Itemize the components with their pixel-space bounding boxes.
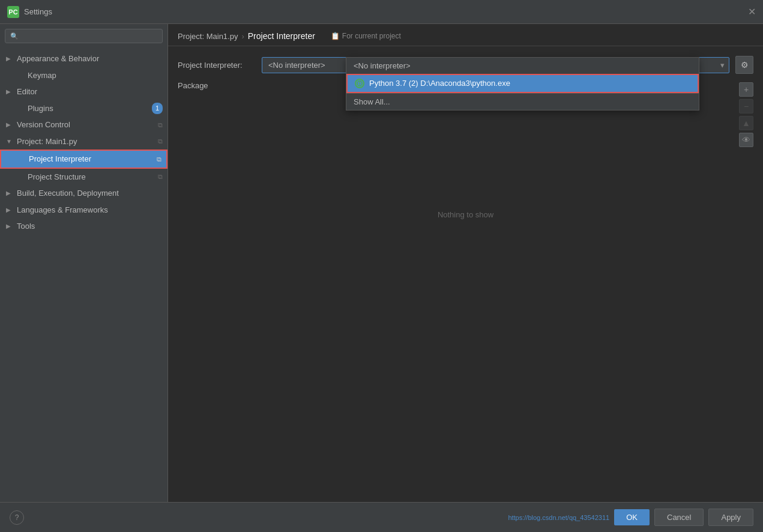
for-current-project: 📋 For current project: [331, 32, 401, 40]
dropdown-option-no-interpreter[interactable]: <No interpreter>: [346, 58, 699, 74]
search-icon: 🔍: [10, 32, 19, 40]
bottom-bar: ? https://blog.csdn.net/qq_43542311 OK C…: [0, 502, 763, 532]
sidebar-item-label: Languages & Frameworks: [17, 204, 108, 216]
cancel-button[interactable]: Cancel: [654, 509, 704, 526]
help-button[interactable]: ?: [10, 510, 24, 525]
sidebar-item-label: Project Structure: [28, 171, 86, 183]
breadcrumb-current: Project Interpreter: [248, 31, 315, 41]
sidebar-item-version-control[interactable]: ▶ Version Control ⧉: [0, 116, 167, 133]
window-title: Settings: [24, 7, 52, 16]
dropdown-option-python37[interactable]: Python 3.7 (2) D:\Anaconda3\python.exe: [346, 74, 699, 93]
interpreter-row: Project Interpreter: <No interpreter> ▾ …: [178, 56, 753, 74]
sidebar-item-label: Project: Main1.py: [17, 136, 77, 148]
project-icon: 📋: [331, 32, 340, 40]
sidebar-item-label: Keymap: [28, 70, 56, 82]
sidebar-item-label: Editor: [17, 86, 37, 98]
search-box: 🔍: [5, 29, 163, 43]
gear-icon: ⚙: [741, 60, 749, 70]
right-actions: + − ▲ 👁: [739, 82, 753, 147]
search-input[interactable]: [22, 32, 157, 40]
sidebar-item-tools[interactable]: ▶ Tools: [0, 218, 167, 235]
package-label: Package: [178, 81, 208, 90]
content-body: Project Interpreter: <No interpreter> ▾ …: [168, 46, 763, 229]
content-header: Project: Main1.py › Project Interpreter …: [168, 24, 763, 46]
up-button[interactable]: ▲: [739, 116, 753, 130]
sidebar-item-languages[interactable]: ▶ Languages & Frameworks: [0, 202, 167, 219]
sidebar-item-project-main[interactable]: ▼ Project: Main1.py ⧉: [0, 133, 167, 150]
sidebar-item-appearance[interactable]: ▶ Appearance & Behavior: [0, 50, 167, 67]
close-button[interactable]: ✕: [748, 6, 756, 17]
csdn-link[interactable]: https://blog.csdn.net/qq_43542311: [508, 514, 609, 521]
expand-icon: ▶: [6, 222, 14, 231]
expand-icon: ▶: [6, 87, 14, 96]
expand-icon: ▶: [6, 54, 14, 63]
dropdown-option-show-all[interactable]: Show All...: [346, 93, 699, 110]
sidebar-item-label: Appearance & Behavior: [17, 53, 99, 65]
eye-button[interactable]: 👁: [739, 133, 753, 147]
sidebar-item-label: Version Control: [17, 119, 70, 131]
ok-button[interactable]: OK: [614, 509, 650, 525]
expand-icon: ▶: [6, 205, 14, 214]
expand-icon: ▼: [6, 137, 14, 146]
sidebar-item-plugins[interactable]: Plugins 1: [0, 100, 167, 117]
sidebar-item-keymap[interactable]: Keymap: [0, 67, 167, 84]
main-layout: 🔍 ▶ Appearance & Behavior Keymap ▶ Edito…: [0, 24, 763, 502]
add-button[interactable]: +: [739, 82, 753, 97]
breadcrumb-project: Project: Main1.py: [178, 32, 238, 41]
interpreter-label: Project Interpreter:: [178, 61, 256, 70]
interpreter-dropdown-container: <No interpreter> ▾ <No interpreter>: [262, 57, 729, 73]
sidebar-item-label: Tools: [17, 220, 35, 232]
copy-icon: ⧉: [157, 154, 161, 165]
app-icon: PC: [7, 6, 19, 18]
sidebar-item-label: Plugins: [28, 103, 53, 115]
sidebar-item-label: Project Interpreter: [29, 153, 91, 165]
python-icon: [355, 79, 364, 88]
bottom-right-area: https://blog.csdn.net/qq_43542311 OK Can…: [508, 509, 753, 526]
dropdown-popup: <No interpreter> Python 3.7 (2) D:\Anaco…: [346, 57, 699, 110]
breadcrumb-arrow: ›: [241, 32, 244, 41]
expand-icon: ▶: [6, 189, 14, 198]
copy-icon: ⧉: [158, 136, 163, 147]
gear-button[interactable]: ⚙: [735, 56, 753, 74]
expand-icon: ▶: [6, 120, 14, 129]
copy-icon: ⧉: [158, 120, 163, 130]
sidebar-item-editor[interactable]: ▶ Editor: [0, 83, 167, 100]
sidebar-item-label: Build, Execution, Deployment: [17, 187, 119, 199]
plugins-badge: 1: [152, 103, 163, 114]
copy-icon: ⧉: [158, 172, 163, 182]
sidebar-item-project-interpreter[interactable]: Project Interpreter ⧉: [0, 150, 167, 169]
sidebar-item-build-execution[interactable]: ▶ Build, Execution, Deployment: [0, 185, 167, 202]
apply-button[interactable]: Apply: [708, 509, 753, 526]
sidebar: 🔍 ▶ Appearance & Behavior Keymap ▶ Edito…: [0, 24, 168, 502]
title-bar: PC Settings ✕: [0, 0, 763, 24]
nav-tree: ▶ Appearance & Behavior Keymap ▶ Editor …: [0, 48, 167, 237]
content-area: Project: Main1.py › Project Interpreter …: [168, 24, 763, 502]
title-bar-left: PC Settings: [7, 6, 52, 18]
remove-button[interactable]: −: [739, 99, 753, 113]
nothing-to-show: Nothing to show: [178, 210, 753, 219]
sidebar-item-project-structure[interactable]: Project Structure ⧉: [0, 169, 167, 186]
